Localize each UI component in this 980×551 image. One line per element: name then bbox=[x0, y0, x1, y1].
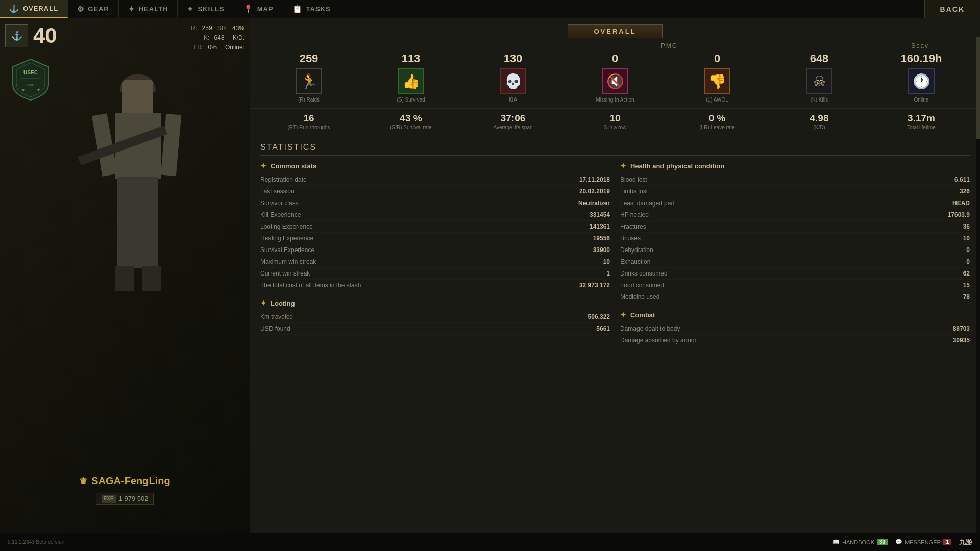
tab-map[interactable]: 📍 MAP bbox=[234, 0, 283, 18]
health-value-0: 6.611 bbox=[954, 176, 970, 183]
health-row-9: Food consumed15 bbox=[620, 280, 970, 291]
stat-icon-box-4: 👎 bbox=[704, 68, 730, 94]
bottom-right-area: 📖 HANDBOOK 30 💬 MESSENGER 1 九游 bbox=[832, 538, 972, 547]
health-value-9: 15 bbox=[963, 282, 970, 289]
stat2-item-3: 10 S in a row bbox=[564, 113, 666, 131]
stat2-item-2: 37:06 Average life span bbox=[462, 113, 564, 131]
health-row-5: Bruises10 bbox=[620, 233, 970, 244]
looting-label-0: Km traveled bbox=[260, 313, 293, 320]
stat-icon-value-1: 113 bbox=[402, 52, 421, 65]
common-stat-value-4: 141361 bbox=[590, 223, 610, 230]
section-labels-row: PMC Scav bbox=[250, 42, 980, 52]
common-stat-row-7: Maximum win streak10 bbox=[260, 256, 610, 268]
tab-health[interactable]: ✦ HEALTH bbox=[119, 0, 178, 18]
stat-icon-value-0: 259 bbox=[300, 52, 318, 65]
tab-gear[interactable]: ⚙ GEAR bbox=[68, 0, 119, 18]
stat-icon-label-2: KIA bbox=[509, 97, 517, 103]
stat-icon-box-0: 🏃 bbox=[296, 68, 322, 94]
version-text: 0.11.2.2643 Beta version bbox=[8, 539, 64, 545]
stat-icon-value-6: 160.19h bbox=[901, 52, 942, 65]
crown-icon: ♛ bbox=[79, 475, 87, 487]
stat-icon-box-3: 🔇 bbox=[602, 68, 628, 94]
combat-section: ✦ Combat Damage dealt to body88703Damage… bbox=[620, 311, 970, 346]
overall-tab[interactable]: OVERALL bbox=[568, 24, 662, 38]
health-value-8: 62 bbox=[963, 270, 970, 277]
stat2-value-3: 10 bbox=[564, 113, 666, 124]
stat2-item-0: 16 (RT) Run-throughs bbox=[258, 113, 360, 131]
looting-rows: Km traveled506.322USD found5661 bbox=[260, 311, 610, 335]
logo-text: 九游 bbox=[959, 538, 972, 547]
stat2-label-6: Total lifetime bbox=[870, 124, 972, 131]
health-label-0: Blood lost bbox=[620, 176, 647, 183]
stat2-item-1: 43 % (S/R) Survival rate bbox=[360, 113, 462, 131]
health-value-1: 326 bbox=[960, 188, 970, 195]
health-value-7: 0 bbox=[966, 258, 970, 265]
common-stat-row-3: Kill Experience331454 bbox=[260, 209, 610, 221]
looting-row-0: Km traveled506.322 bbox=[260, 311, 610, 323]
health-label-9: Food consumed bbox=[620, 282, 664, 289]
stats-icons-row: 259 🏃 (R) Raids 113 👍 (S) Survived 130 💀… bbox=[250, 52, 980, 109]
skills-icon: ✦ bbox=[187, 5, 194, 14]
level-icon: ⚓ bbox=[5, 24, 28, 47]
common-stat-row-2: Survivor classNeutralizer bbox=[260, 197, 610, 209]
stat2-item-5: 4.98 (K/D) bbox=[768, 113, 870, 131]
combat-label-0: Damage dealt to body bbox=[620, 325, 680, 332]
stat-r: R: 259 SR: 43% bbox=[191, 23, 244, 33]
common-stat-value-2: Neutralizer bbox=[578, 199, 610, 207]
looting-title: ✦ Looting bbox=[260, 299, 610, 307]
stat-icon-label-5: (K) Kills bbox=[811, 97, 828, 103]
left-stats-column: ✦ Common stats Registration date17.11.20… bbox=[260, 162, 610, 346]
main-content: OVERALL PMC Scav 259 🏃 (R) Raids 113 👍 (… bbox=[250, 18, 980, 533]
handbook-button[interactable]: 📖 HANDBOOK 30 bbox=[832, 539, 888, 545]
overall-header: OVERALL bbox=[250, 18, 980, 42]
tasks-icon: 📋 bbox=[292, 5, 303, 14]
messenger-button[interactable]: 💬 MESSENGER 1 bbox=[895, 539, 951, 545]
player-level-area: ⚓ 40 bbox=[5, 23, 57, 48]
stat2-label-4: (LR) Leave rate bbox=[666, 124, 768, 131]
stat-icon-item-2: 130 💀 KIA bbox=[462, 52, 564, 103]
top-navigation: ⚓ OVERALL ⚙ GEAR ✦ HEALTH ✦ SKILLS 📍 MAP… bbox=[0, 0, 980, 18]
back-button[interactable]: BACK bbox=[924, 0, 980, 18]
common-stat-value-1: 20.02.2019 bbox=[579, 188, 610, 195]
health-value-2: HEAD bbox=[952, 199, 970, 207]
stat-icon-item-3: 0 🔇 Missing In Action bbox=[564, 52, 666, 103]
tab-overall[interactable]: ⚓ OVERALL bbox=[0, 0, 68, 18]
common-stat-row-4: Looting Experience141361 bbox=[260, 221, 610, 233]
health-row-4: Fractures36 bbox=[620, 221, 970, 233]
stat-icon-item-1: 113 👍 (S) Survived bbox=[360, 52, 462, 103]
combat-label-1: Damage absorbed by armor bbox=[620, 337, 696, 344]
health-label-2: Least damaged part bbox=[620, 199, 675, 207]
health-row-0: Blood lost6.611 bbox=[620, 174, 970, 186]
stat2-label-2: Average life span bbox=[462, 124, 564, 131]
svg-text:USEC: USEC bbox=[23, 70, 38, 76]
stat-icon-item-0: 259 🏃 (R) Raids bbox=[258, 52, 360, 103]
stat2-value-6: 3.17m bbox=[870, 113, 972, 124]
gear-icon: ⚙ bbox=[77, 5, 84, 14]
stat-icon-label-0: (R) Raids bbox=[298, 97, 320, 103]
tab-skills[interactable]: ✦ SKILLS bbox=[178, 0, 234, 18]
tab-tasks[interactable]: 📋 TASKS bbox=[283, 0, 340, 18]
looting-section: ✦ Looting Km traveled506.322USD found566… bbox=[260, 299, 610, 335]
player-name-area: ♛ SAGA-FengLing EXP 1 979 502 bbox=[0, 475, 250, 505]
player-level: 40 bbox=[33, 23, 57, 48]
soldier-legs bbox=[117, 177, 158, 268]
stat-icon-item-4: 0 👎 (L) AWOL bbox=[666, 52, 768, 103]
tab-overall-label: OVERALL bbox=[23, 5, 58, 12]
stat-icon-value-2: 130 bbox=[504, 52, 523, 65]
tab-map-label: MAP bbox=[257, 5, 274, 13]
combat-row-1: Damage absorbed by armor30935 bbox=[620, 335, 970, 346]
statistics-title: STATISTICS bbox=[260, 143, 970, 156]
common-stat-label-5: Healing Experience bbox=[260, 235, 313, 242]
messenger-label: MESSENGER bbox=[905, 539, 941, 545]
health-label-10: Medicine used bbox=[620, 293, 659, 300]
combat-row-0: Damage dealt to body88703 bbox=[620, 323, 970, 335]
stat-icon-value-3: 0 bbox=[612, 52, 618, 65]
scrollbar[interactable] bbox=[976, 37, 980, 533]
stat-icon-value-5: 648 bbox=[810, 52, 829, 65]
scrollbar-thumb[interactable] bbox=[976, 37, 980, 139]
statistics-section: STATISTICS ✦ Common stats Registration d… bbox=[250, 135, 980, 346]
stat2-label-5: (K/D) bbox=[768, 124, 870, 131]
stat-icon-box-6: 🕐 bbox=[908, 68, 935, 94]
map-icon: 📍 bbox=[243, 5, 254, 14]
common-stat-label-1: Last session bbox=[260, 188, 295, 195]
